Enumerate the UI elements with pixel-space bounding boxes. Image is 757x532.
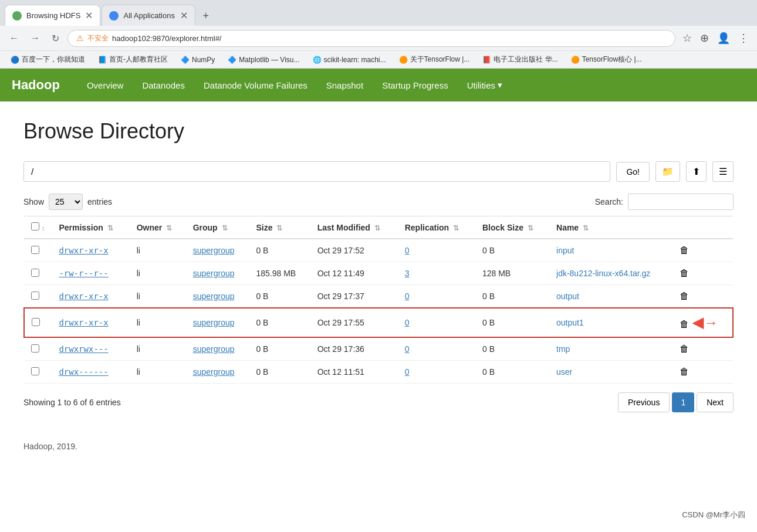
nav-startup-progress[interactable]: Startup Progress (373, 70, 458, 101)
search-label: Search: (595, 197, 623, 206)
row-delete-cell: 🗑◀→ (672, 308, 734, 337)
address-bar[interactable]: ⚠ 不安全 (67, 30, 675, 47)
row-delete-cell: 🗑 (672, 262, 734, 285)
row-name[interactable]: output1 (549, 308, 672, 337)
row-name[interactable]: user (549, 361, 672, 384)
tab-close-2[interactable]: ✕ (180, 10, 188, 21)
profile-icon[interactable]: 👤 (715, 29, 732, 47)
nav-utilities[interactable]: Utilities ▾ (458, 69, 512, 101)
bookmark-tensorflow[interactable]: 🟠 关于TensorFlow |... (394, 53, 475, 66)
row-checkbox[interactable] (31, 292, 39, 300)
url-input[interactable] (112, 34, 667, 43)
header-owner[interactable]: Owner (130, 216, 186, 239)
row-name[interactable]: input (549, 239, 672, 262)
delete-button[interactable]: 🗑 (680, 319, 689, 330)
row-checkbox-cell (24, 361, 52, 384)
bookmark-numpy[interactable]: 🔷 NumPy (176, 55, 219, 65)
row-checkbox[interactable] (31, 344, 39, 353)
back-button[interactable]: ← (6, 31, 22, 46)
go-button[interactable]: Go! (616, 162, 650, 182)
row-replication: 0 (398, 308, 475, 337)
tab-label-1: Browsing HDFS (26, 11, 80, 20)
tab-favicon-1 (12, 11, 22, 21)
row-name[interactable]: output (549, 285, 672, 309)
hadoop-brand: Hadoop (12, 77, 60, 93)
next-button[interactable]: Next (697, 392, 734, 412)
tab-close-1[interactable]: ✕ (85, 10, 93, 21)
header-permission[interactable]: Permission (52, 216, 129, 239)
header-checkbox-col: ↕ (24, 216, 52, 239)
previous-button[interactable]: Previous (618, 392, 670, 412)
nav-datanode-volume-failures[interactable]: Datanode Volume Failures (194, 70, 317, 101)
table-row: drwxr-xr-xlisupergroup0 BOct 29 17:5200 … (24, 239, 733, 262)
nav-snapshot[interactable]: Snapshot (317, 70, 373, 101)
menu-icon[interactable]: ⋮ (736, 29, 751, 47)
header-last-modified[interactable]: Last Modified (310, 216, 398, 239)
header-group[interactable]: Group (186, 216, 249, 239)
row-name[interactable]: jdk-8u212-linux-x64.tar.gz (549, 262, 672, 285)
row-checkbox[interactable] (31, 367, 39, 375)
select-all-checkbox[interactable] (31, 222, 39, 231)
header-block-size[interactable]: Block Size (475, 216, 549, 239)
row-checkbox[interactable] (31, 269, 39, 277)
folder-icon-button[interactable]: 📁 (655, 161, 680, 182)
new-tab-button[interactable]: + (197, 6, 215, 26)
entries-select[interactable]: 10 25 50 100 (49, 194, 83, 210)
tab-favicon-2 (109, 11, 119, 21)
bookmark-matplotlib[interactable]: 🔷 Matplotlib — Visu... (223, 55, 304, 65)
table-row: drwxr-xr-xlisupergroup0 BOct 29 17:3700 … (24, 285, 733, 309)
list-icon: ☰ (719, 167, 727, 177)
highlight-arrow-icon: ◀ (692, 314, 703, 330)
row-checkbox-cell (24, 337, 52, 361)
forward-button[interactable]: → (27, 31, 43, 46)
refresh-button[interactable]: ↻ (48, 31, 63, 46)
security-icon: ⚠ (76, 33, 84, 43)
header-name[interactable]: Name (549, 216, 672, 239)
delete-button[interactable]: 🗑 (680, 268, 689, 279)
bookmark-dianzi[interactable]: 📕 电子工业出版社 华... (478, 53, 562, 66)
row-replication: 0 (398, 337, 475, 361)
bookmark-renjiaoyu[interactable]: 📘 首页-人邮教育社区 (93, 53, 173, 66)
row-group: supergroup (186, 337, 249, 361)
nav-overview[interactable]: Overview (77, 70, 133, 101)
search-input[interactable] (628, 194, 734, 210)
tab-all-applications[interactable]: All Applications ✕ (102, 5, 195, 26)
delete-button[interactable]: 🗑 (680, 367, 689, 377)
row-permission: drwx------ (52, 361, 129, 384)
nav-datanodes[interactable]: Datanodes (133, 70, 194, 101)
row-checkbox[interactable] (31, 246, 39, 254)
bookmark-icon[interactable]: ☆ (680, 29, 694, 47)
list-icon-button[interactable]: ☰ (712, 161, 734, 182)
bookmark-baidu[interactable]: 🔵 百度一下，你就知道 (6, 53, 90, 66)
bookmark-sklearn[interactable]: 🌐 scikit-learn: machi... (308, 55, 391, 65)
bookmark-icon-numpy: 🔷 (181, 56, 190, 64)
bookmark-icon-sklearn: 🌐 (313, 56, 322, 64)
toolbar-icons: ☆ ⊕ 👤 ⋮ (680, 29, 751, 47)
tab-browsing-hdfs[interactable]: Browsing HDFS ✕ (5, 5, 100, 26)
file-table: ↕ Permission Owner Group Size Last Modif… (23, 216, 734, 384)
row-owner: li (130, 337, 186, 361)
page-1-button[interactable]: 1 (672, 392, 694, 412)
delete-button[interactable]: 🗑 (680, 245, 689, 256)
bookmark-tensorflow-core[interactable]: 🟠 TensorFlow核心 |... (566, 53, 647, 66)
row-group: supergroup (186, 239, 249, 262)
header-size[interactable]: Size (249, 216, 310, 239)
row-replication: 0 (398, 361, 475, 384)
header-replication[interactable]: Replication (398, 216, 475, 239)
row-last-modified: Oct 29 17:52 (310, 239, 398, 262)
row-checkbox[interactable] (32, 318, 40, 326)
search-box: Search: (595, 194, 734, 210)
tab-bar: Browsing HDFS ✕ All Applications ✕ + (0, 0, 757, 26)
row-block-size: 0 B (475, 361, 549, 384)
sort-icon-name (581, 223, 589, 232)
delete-button[interactable]: 🗑 (680, 291, 689, 301)
zoom-icon[interactable]: ⊕ (698, 29, 711, 47)
row-name[interactable]: tmp (549, 337, 672, 361)
main-content: Browse Directory Go! 📁 ⬆ ☰ Show 10 25 50… (0, 101, 757, 430)
row-replication: 3 (398, 262, 475, 285)
show-entries: Show 10 25 50 100 entries (23, 194, 112, 210)
upload-icon-button[interactable]: ⬆ (686, 161, 707, 182)
page-title: Browse Directory (23, 119, 734, 144)
path-input[interactable] (23, 161, 610, 182)
delete-button[interactable]: 🗑 (680, 344, 689, 354)
